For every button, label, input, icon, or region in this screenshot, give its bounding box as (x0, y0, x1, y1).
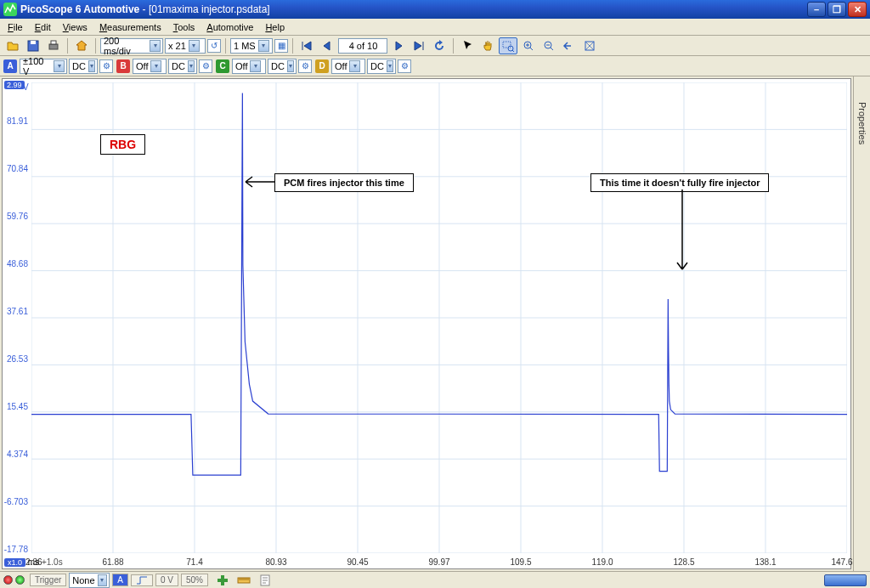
x-tick: 138.1 (754, 557, 776, 567)
run-indicator[interactable] (15, 575, 25, 585)
x-tick: 71.4 (186, 557, 202, 567)
go-prev-button[interactable] (318, 37, 336, 54)
save-button[interactable] (24, 37, 42, 54)
y-tick: 4.374 (0, 449, 28, 459)
zoom-fit-button[interactable] (580, 37, 599, 54)
svg-rect-32 (218, 579, 228, 582)
menu-automotive[interactable]: Automotive (201, 20, 259, 34)
rbg-annotation: RBG (100, 134, 145, 155)
y-tick: 59.76 (0, 212, 28, 221)
trigger-edge[interactable] (131, 574, 153, 586)
main-toolbar: 200 ms/div▾ x 21▾ ↺ 1 MS▾ ▦ 4 of 10 (0, 36, 870, 56)
x-tick: 61.88 (102, 557, 123, 567)
y-axis-unit: V (23, 82, 29, 92)
y-tick: 81.91 (0, 116, 28, 126)
scope-workarea: 2.99 V 81.91 70.84 59.76 48.68 37.61 26.… (0, 76, 870, 571)
properties-tab[interactable]: Properties (853, 76, 870, 571)
channel-d-range[interactable]: Off▾ (331, 59, 365, 74)
svg-rect-2 (49, 44, 58, 49)
x-axis-unit: x1.0 ms +1.0s (4, 557, 63, 567)
chevron-down-icon: ▾ (150, 40, 161, 52)
window-titlebar: PicoScope 6 Automotive - [01maxima injec… (0, 0, 870, 19)
channel-a-range[interactable]: ±100 V▾ (20, 59, 67, 74)
x-tick: 80.93 (265, 557, 286, 567)
refresh-button[interactable] (430, 37, 449, 54)
y-tick: 15.45 (0, 402, 28, 411)
hand-tool[interactable] (478, 37, 497, 54)
go-first-button[interactable] (297, 37, 316, 54)
undo-zoom-button[interactable] (560, 37, 579, 54)
notes-button[interactable] (256, 572, 274, 589)
channel-b-coupling[interactable]: DC▾ (168, 59, 197, 74)
trigger-source[interactable]: A (112, 574, 128, 586)
menu-edit[interactable]: Edit (29, 20, 57, 34)
menu-tools[interactable]: Tools (167, 20, 201, 34)
plot-area[interactable]: 2.99 V 81.91 70.84 59.76 48.68 37.61 26.… (2, 78, 851, 569)
maximize-button[interactable]: ❐ (828, 2, 846, 17)
app-icon (3, 3, 17, 16)
trigger-mode-select[interactable]: None▾ (69, 573, 110, 588)
channel-d-label: D (315, 59, 329, 73)
annotation-1: PCM fires injector this time (274, 173, 414, 192)
menu-measurements[interactable]: Measurements (93, 20, 167, 34)
trigger-level[interactable]: 0 V (155, 574, 178, 586)
menu-file[interactable]: File (2, 20, 29, 34)
svg-rect-3 (51, 41, 56, 44)
channel-c-label: C (216, 59, 229, 73)
x-tick: 109.5 (510, 557, 531, 567)
zoom-in-tool[interactable] (519, 37, 538, 54)
y-tick: 70.84 (0, 164, 28, 173)
menu-views[interactable]: Views (57, 20, 93, 34)
open-button[interactable] (3, 37, 22, 54)
zoom-out-tool[interactable] (540, 37, 558, 54)
status-bar: Trigger None▾ A 0 V 50% (0, 571, 870, 588)
print-button[interactable] (44, 37, 63, 54)
stop-indicator[interactable] (3, 575, 13, 585)
x-tick: 99.97 (428, 557, 449, 567)
chevron-down-icon: ▾ (189, 40, 200, 52)
trigger-label: Trigger (30, 574, 66, 586)
channel-c-range[interactable]: Off▾ (232, 59, 266, 74)
menu-help[interactable]: Help (259, 20, 291, 34)
app-title: PicoScope 6 Automotive (20, 3, 139, 15)
arrow-icon (674, 189, 691, 274)
y-tick: 48.68 (0, 259, 28, 269)
channel-a-options[interactable]: ⚙ (99, 59, 113, 73)
y-tick: 26.53 (0, 354, 28, 364)
y-top-scale: 2.99 (4, 81, 25, 89)
timebase-select[interactable]: 200 ms/div▾ (100, 38, 163, 54)
chevron-down-icon: ▾ (258, 40, 269, 52)
close-button[interactable]: ✕ (848, 2, 867, 17)
svg-rect-1 (31, 41, 36, 44)
channel-b-options[interactable]: ⚙ (199, 59, 212, 73)
y-tick: -6.703 (0, 497, 28, 506)
channel-d-options[interactable]: ⚙ (398, 59, 411, 73)
channel-toolbar: A ±100 V▾ DC▾ ⚙ B Off▾ DC▾ ⚙ C Off▾ DC▾ … (0, 56, 870, 76)
y-tick: -17.78 (0, 545, 28, 554)
channel-c-options[interactable]: ⚙ (298, 59, 312, 73)
x-tick: 147.6 (831, 557, 852, 567)
plot-canvas[interactable] (31, 82, 847, 553)
svg-rect-4 (503, 42, 511, 48)
channel-a-coupling[interactable]: DC▾ (69, 59, 98, 74)
page-indicator[interactable]: 4 of 10 (338, 38, 387, 54)
channel-c-coupling[interactable]: DC▾ (268, 59, 297, 74)
channel-b-range[interactable]: Off▾ (133, 59, 167, 74)
x-tick: 128.5 (673, 557, 694, 567)
minimize-button[interactable]: – (807, 2, 826, 17)
zoom-select-tool[interactable] (499, 37, 517, 54)
pointer-tool[interactable] (458, 37, 477, 54)
home-button[interactable] (72, 37, 91, 54)
go-last-button[interactable] (410, 37, 428, 54)
zoom-x-select[interactable]: x 21▾ (165, 38, 206, 54)
reset-zoom-button[interactable]: ↺ (207, 39, 221, 53)
go-next-button[interactable] (389, 37, 408, 54)
channel-d-coupling[interactable]: DC▾ (367, 59, 396, 74)
ruler-button[interactable] (234, 572, 253, 589)
document-filename: - [01maxima injector.psdata] (143, 3, 270, 15)
x-tick: 119.0 (591, 557, 613, 567)
samples-config-button[interactable]: ▦ (274, 39, 288, 53)
measure-add-button[interactable] (213, 572, 232, 589)
samples-select[interactable]: 1 MS▾ (230, 38, 273, 54)
trigger-pct[interactable]: 50% (181, 574, 208, 586)
